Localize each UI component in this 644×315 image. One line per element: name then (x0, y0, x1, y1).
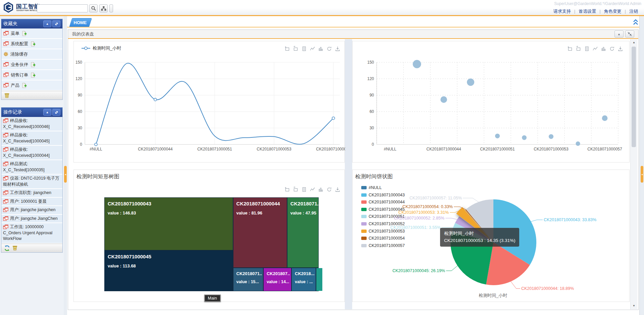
dashboard-minimize-button[interactable] (625, 30, 634, 38)
area-zoom-icon[interactable] (284, 187, 290, 192)
link-separator: | (625, 9, 626, 14)
new-record-button[interactable] (30, 62, 36, 67)
treemap-tile-CK2018071000051[interactable]: CK2018071..value : 15... (233, 268, 263, 291)
logo-mark-icon (3, 2, 14, 13)
menu-tree-button[interactable] (99, 4, 108, 12)
activities-collapse-button[interactable]: ▲ (43, 109, 51, 116)
svg-text:CK2018071000044: 18.89%: CK2018071000044: 18.89% (521, 286, 574, 291)
tooltip-value: CK2018071000053 : 14.35 (3.31%) (444, 237, 515, 244)
refresh-icon[interactable] (326, 187, 332, 192)
new-record-button[interactable] (30, 72, 36, 78)
global-search-input[interactable] (37, 4, 88, 12)
treemap-tile-CK2018071000045[interactable]: CK2018071000045value : 113.68 (105, 251, 233, 291)
dashboard-scrollbar[interactable]: ▲ ▼ (630, 39, 637, 309)
activity-item-2[interactable]: 样品接收:X_C_Received[1000045] (1, 131, 62, 146)
tile-name: CK2018071... (290, 201, 315, 206)
gear-icon (3, 52, 8, 57)
favorite-item-3[interactable]: 清除缓存 (1, 49, 62, 60)
treemap-breadcrumb[interactable]: Main (204, 295, 221, 302)
data-view-icon[interactable] (301, 187, 307, 192)
download-icon-svg (335, 187, 340, 192)
favorites-expand-button[interactable] (52, 20, 60, 27)
favorite-item-2[interactable]: 系统配置 (1, 39, 62, 49)
activity-item-8[interactable]: 用户: jiangche jiangchen (1, 206, 62, 215)
tile-value: value : 15... (236, 279, 260, 284)
new-record-icon (30, 62, 36, 67)
toolbar-spacer-button[interactable] (109, 4, 113, 12)
treemap-tile-CK2018071000052[interactable]: CK2018...value : ... (292, 268, 316, 291)
line-chart-icon-svg (310, 187, 315, 192)
favorites-collapse-button[interactable]: ▲ (43, 20, 51, 27)
compress-diagonal-icon (627, 32, 632, 37)
activity-item-6[interactable]: 工作流职责: jiangchen (1, 189, 62, 198)
window-icon (3, 207, 8, 212)
svg-text:30: 30 (370, 126, 374, 130)
window-icon (3, 216, 8, 221)
activity-item-label: 样品接收: (10, 147, 28, 153)
treemap-tile-CK2018071000053[interactable]: CK201807..value : 14... (264, 268, 291, 291)
activity-item-3[interactable]: 样品接收:X_C_Received[1000044] (1, 146, 62, 160)
favorite-item-1[interactable]: 菜单 (1, 28, 62, 39)
favorite-item-5[interactable]: 销售订单 (1, 70, 62, 80)
favorites-header: 收藏夹 ▲ (1, 19, 62, 28)
treemap-tile-CK2018071000054[interactable] (316, 268, 322, 291)
scroll-up-arrow[interactable]: ▲ (631, 40, 637, 45)
new-record-button[interactable] (30, 41, 36, 47)
favorite-item-label: 清除缓存 (10, 51, 28, 57)
tile-name: CK2018071000045 (108, 254, 230, 259)
activities-header: 操作记录 ▲ (1, 108, 62, 117)
dashboard-collapse-button[interactable]: ▲ (614, 30, 624, 38)
activities-expand-button[interactable] (52, 109, 60, 116)
activity-item-4[interactable]: 样品测试:X_C_Tested[1000035] (1, 160, 62, 175)
line-chart-svg: 0306090120150#NULLCK2018071000044CK20180… (74, 41, 345, 163)
favorite-item-label: 产品 (11, 82, 19, 88)
bar-chart-icon[interactable] (318, 187, 324, 192)
activity-item-label: 能材料试验机 (3, 182, 61, 188)
right-splitter-handle[interactable]: ◂ (641, 166, 643, 183)
double-chevron-up-icon (632, 18, 639, 26)
tile-value: value : 47.95 (290, 210, 315, 215)
favorite-item-label: 菜单 (11, 30, 19, 37)
line-chart-icon[interactable] (310, 187, 315, 192)
top-bar: 国工智能 GOGETTER INTELLIGENCE SuperUser@Gar… (0, 0, 644, 15)
right-splitter[interactable]: ◂ (639, 16, 644, 315)
tab-underline (67, 27, 639, 27)
activity-item-label: 仪器: DNTC-02019 电子万 (10, 176, 59, 182)
activity-item-10[interactable]: 工作流: 10000000C_Orders Urgent ApprovalWor… (1, 223, 62, 244)
svg-text:CK2018071000044: CK2018071000044 (138, 147, 173, 151)
activity-item-label: X_C_Received[1000046] (3, 124, 61, 130)
top-link-4[interactable]: 注销 (629, 9, 638, 14)
top-link-3[interactable]: 角色变更 (604, 9, 622, 14)
activity-item-5[interactable]: 仪器: DNTC-02019 电子万能材料试验机 (1, 175, 62, 189)
top-link-1[interactable]: 请求支持 (553, 9, 571, 14)
scrollbar-thumb[interactable] (632, 47, 636, 147)
tab-home[interactable]: HOME (70, 18, 91, 27)
window-icon (3, 118, 8, 123)
treemap-tile-CK2018071000044[interactable]: CK2018071000044value : 81.96 (233, 198, 287, 267)
favorite-item-6[interactable]: 产品 (1, 80, 62, 91)
activity-item-label: WorkFlow (3, 236, 61, 242)
collapse-all-button[interactable] (632, 18, 639, 26)
activity-item-9[interactable]: 用户: jiangche JiangChen (1, 215, 62, 224)
left-splitter[interactable]: ◂ (64, 16, 67, 315)
zoom-reset-icon[interactable] (293, 187, 299, 192)
activity-item-label: C_Orders Urgent Approval (3, 230, 61, 236)
treemap-tile-CK2018071000057[interactable]: CK2018071...value : 47.95 (287, 198, 318, 267)
svg-text:60: 60 (370, 109, 374, 114)
activity-item-label: 样品接收: (10, 132, 28, 138)
new-record-button[interactable] (21, 31, 27, 36)
activity-item-7[interactable]: 用户: 1000001 姜晨 (1, 198, 62, 206)
search-glyph (91, 6, 96, 11)
new-record-icon (21, 31, 27, 36)
left-splitter-handle[interactable]: ◂ (64, 166, 67, 183)
treemap-tile-CK2018071000043[interactable]: CK2018071000043value : 146.83 (105, 198, 233, 250)
activity-item-1[interactable]: 样品接收:X_C_Received[1000046] (1, 117, 62, 131)
top-link-2[interactable]: 首选设置 (579, 9, 596, 14)
favorite-item-4[interactable]: 业务伙伴 (1, 60, 62, 70)
scatter-chart-panel: 0306090120150#NULLCK2018071000044CK20180… (352, 41, 630, 163)
scroll-down-arrow[interactable]: ▼ (631, 303, 637, 309)
new-record-button[interactable] (21, 83, 27, 88)
download-icon[interactable] (335, 187, 340, 192)
svg-text:CK2018071000044: CK2018071000044 (426, 147, 461, 151)
search-button[interactable] (89, 4, 98, 12)
